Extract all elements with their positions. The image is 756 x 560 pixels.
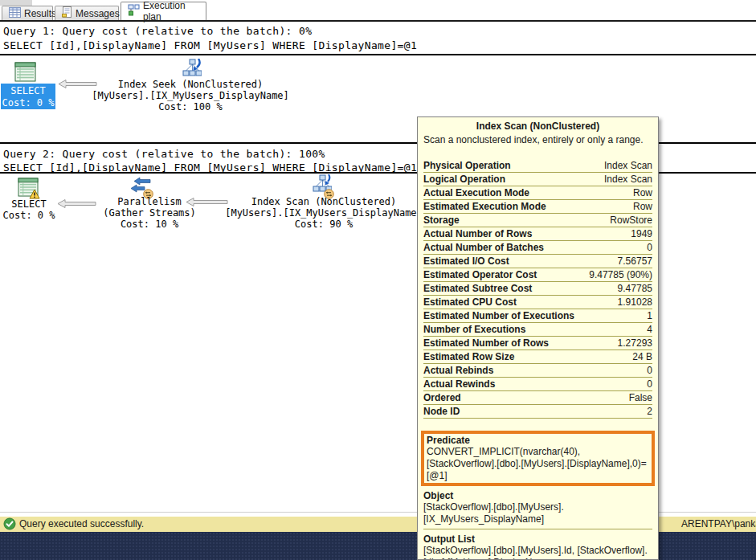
- seek-node-title: Index Seek (NonClustered): [118, 79, 264, 90]
- row-value: 1: [647, 310, 652, 321]
- seek-node-cost: Cost: 100 %: [158, 101, 222, 112]
- object-label: Object: [423, 490, 652, 501]
- parallelism-node-title: Parallelism: [117, 196, 181, 207]
- tooltip-row: Actual Rebinds0: [423, 364, 652, 378]
- row-label: Actual Rebinds: [423, 365, 493, 376]
- plan1-select-label: SELECT: [10, 85, 45, 96]
- row-label: Estimated Operator Cost: [423, 269, 537, 280]
- row-label: Estimated Row Size: [423, 351, 514, 362]
- tooltip-row: Physical OperationIndex Scan: [423, 159, 652, 173]
- row-value: 0: [647, 242, 652, 253]
- query1-header: Query 1: Query cost (relative to the bat…: [3, 25, 312, 37]
- row-value: RowStore: [610, 215, 652, 226]
- tooltip-rows: Physical OperationIndex Scan Logical Ope…: [423, 159, 652, 419]
- row-label: Actual Number of Batches: [423, 242, 544, 253]
- output-list-label: Output List: [423, 533, 652, 545]
- tab-messages[interactable]: Messages: [55, 6, 119, 20]
- tooltip-description: Scan a nonclustered index, entirely or o…: [423, 134, 652, 145]
- tooltip-row: Actual Number of Rows1949: [423, 227, 652, 241]
- results-tab-strip: Results Messages Execution plan: [0, 0, 756, 22]
- seek-node-object: [MyUsers].[IX_MyUsers_DisplayName]: [92, 90, 289, 101]
- row-value: 9.47785: [618, 283, 652, 294]
- row-label: Actual Execution Mode: [423, 187, 529, 198]
- plan-arrow-icon[interactable]: [58, 197, 96, 211]
- row-value: 0: [647, 378, 652, 390]
- row-label: Estimated Number of Rows: [423, 337, 549, 349]
- row-value: Row: [633, 187, 652, 198]
- row-label: Estimated CPU Cost: [423, 296, 517, 308]
- status-user: ARENTPAY\pankaj.ma: [681, 518, 756, 529]
- row-value: 1.91028: [618, 296, 652, 308]
- plan2-scan-node[interactable]: Index Scan (NonClustered) [MyUsers].[IX_…: [225, 196, 423, 230]
- index-seek-icon: [182, 59, 202, 81]
- messages-icon: [62, 6, 72, 20]
- row-value: Row: [633, 201, 652, 212]
- row-label: Number of Executions: [423, 324, 525, 335]
- row-label: Ordered: [423, 392, 461, 403]
- row-value: Index Scan: [604, 174, 652, 185]
- tooltip-row: Actual Number of Batches0: [423, 241, 652, 255]
- result-table-icon: [14, 62, 36, 85]
- parallelism-node-subtitle: (Gather Streams): [103, 207, 196, 219]
- tooltip-row: Logical OperationIndex Scan: [423, 173, 652, 186]
- row-label: Physical Operation: [423, 160, 511, 171]
- tooltip-row: Estimated CPU Cost1.91028: [423, 296, 652, 309]
- plan-arrow-icon[interactable]: [186, 195, 228, 210]
- row-value: 7.56757: [618, 255, 652, 267]
- row-value: False: [629, 392, 652, 403]
- tooltip-row: Estimated Execution ModeRow: [423, 200, 652, 214]
- plan1-seek-node[interactable]: Index Seek (NonClustered) [MyUsers].[IX_…: [92, 79, 289, 112]
- tooltip-row: StorageRowStore: [423, 214, 652, 227]
- output-list-text: [StackOverflow].[dbo].[MyUsers].Id, [Sta…: [423, 545, 652, 560]
- tooltip-row: Estimated I/O Cost7.56757: [423, 255, 652, 268]
- row-label: Actual Rewinds: [423, 378, 495, 390]
- divider: [0, 54, 756, 55]
- row-value: 24 B: [632, 351, 652, 362]
- tab-execution-plan-label: Execution plan: [143, 0, 199, 22]
- tooltip-row: Estimated Number of Rows1.27293: [423, 337, 652, 350]
- operator-tooltip: Index Scan (NonClustered) Scan a nonclus…: [417, 116, 659, 560]
- row-label: Estimated Subtree Cost: [423, 283, 532, 294]
- tooltip-row: Estimated Subtree Cost9.47785: [423, 282, 652, 296]
- scan-node-cost: Cost: 90 %: [295, 219, 353, 230]
- tab-messages-label: Messages: [76, 8, 120, 19]
- predicate-label: Predicate: [427, 435, 649, 446]
- tooltip-row: OrderedFalse: [423, 391, 652, 405]
- execution-plan-icon: [128, 4, 140, 18]
- row-value: 4: [647, 324, 652, 335]
- tab-results-label: Results: [24, 8, 56, 19]
- tab-execution-plan[interactable]: Execution plan: [121, 2, 206, 20]
- object-text: [StackOverflow].[dbo].[MyUsers].[IX_MyUs…: [423, 501, 652, 525]
- scan-node-object: [MyUsers].[IX_MyUsers_DisplayName]: [225, 207, 423, 219]
- results-grid-icon: [9, 7, 21, 20]
- row-label: Estimated I/O Cost: [423, 255, 509, 267]
- status-message: Query executed successfully.: [19, 518, 144, 529]
- tooltip-row: Estimated Row Size24 B: [423, 350, 652, 364]
- row-label: Estimated Execution Mode: [423, 201, 546, 212]
- tab-results[interactable]: Results: [2, 6, 53, 20]
- query1-sql: SELECT [Id],[DisplayName] FROM [MyUsers]…: [3, 39, 417, 51]
- row-value: 0: [647, 365, 652, 376]
- row-value: 1949: [631, 228, 652, 239]
- tooltip-row: Node ID2: [423, 405, 652, 419]
- row-value: 1.27293: [618, 337, 652, 349]
- plan1-select-cost: Cost: 0 %: [2, 97, 54, 108]
- plan2-parallelism-node[interactable]: Parallelism (Gather Streams) Cost: 10 %: [103, 196, 196, 230]
- tooltip-row: Estimated Number of Executions1: [423, 309, 652, 323]
- predicate-text: CONVERT_IMPLICIT(nvarchar(40),[StackOver…: [427, 446, 649, 482]
- select-node-cost: Cost: 0 %: [2, 210, 55, 221]
- row-label: Logical Operation: [423, 174, 505, 185]
- tooltip-row: Number of Executions4: [423, 323, 652, 337]
- row-value: Index Scan: [604, 160, 652, 171]
- row-label: Actual Number of Rows: [423, 228, 532, 239]
- plan1-select-node[interactable]: SELECT Cost: 0 %: [1, 84, 55, 109]
- scan-node-title: Index Scan (NonClustered): [251, 196, 397, 207]
- tooltip-row: Estimated Operator Cost9.47785 (90%): [423, 268, 652, 282]
- select-node-title: SELECT: [11, 198, 46, 210]
- object-section: Object [StackOverflow].[dbo].[MyUsers].[…: [423, 490, 652, 529]
- row-label: Node ID: [423, 406, 460, 417]
- plan2-select-node[interactable]: SELECT Cost: 0 %: [2, 198, 55, 221]
- query2-header: Query 2: Query cost (relative to the bat…: [3, 148, 325, 160]
- parallelism-node-cost: Cost: 10 %: [121, 219, 178, 230]
- row-label: Estimated Number of Executions: [423, 310, 574, 321]
